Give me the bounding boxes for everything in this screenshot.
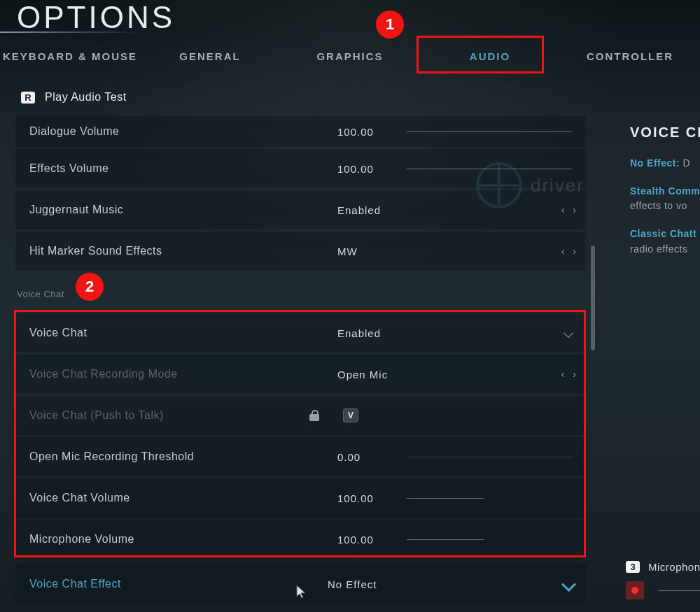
row-label: Effects Volume <box>29 162 337 175</box>
help-panel: VOICE CH No Effect: D Stealth Commeffect… <box>630 124 700 269</box>
annotation-marker-1: 1 <box>376 10 404 38</box>
microphone-meter <box>626 581 700 599</box>
chevron-left-icon[interactable]: ‹ <box>561 369 565 380</box>
record-icon <box>626 581 644 599</box>
help-term-classic: Classic Chatt <box>630 228 696 239</box>
help-text: radio effects <box>630 243 688 255</box>
row-label: Juggernaut Music <box>29 204 337 216</box>
row-push-to-talk: Voice Chat (Push to Talk) V <box>15 396 586 435</box>
row-label: Voice Chat Effect <box>29 578 295 590</box>
chevron-right-icon[interactable]: › <box>573 369 576 380</box>
help-text: D <box>680 157 690 169</box>
lock-icon <box>309 410 319 421</box>
row-value: MW <box>337 245 477 257</box>
row-recording-mode[interactable]: Voice Chat Recording Mode Open Mic ‹ › <box>15 355 586 394</box>
row-label: Open Mic Recording Threshold <box>29 450 337 463</box>
row-label: Voice Chat <box>29 327 337 339</box>
row-value: Enabled <box>337 327 477 339</box>
title-underline <box>0 31 140 33</box>
slider[interactable] <box>407 169 572 169</box>
page-title: OPTIONS <box>17 0 175 35</box>
help-title: VOICE CH <box>630 124 700 141</box>
row-hit-marker[interactable]: Hit Marker Sound Effects MW ‹ › <box>15 232 586 271</box>
chevron-right-icon[interactable]: › <box>573 204 576 215</box>
microphone-row: 3 Microphone <box>626 561 700 573</box>
help-text: effects to vo <box>630 200 687 211</box>
row-value: 100.00 <box>337 492 404 504</box>
chevron-right-icon[interactable]: › <box>573 245 576 257</box>
row-value: 100.00 <box>337 534 404 546</box>
row-voice-chat[interactable]: Voice Chat Enabled <box>15 313 586 353</box>
row-value: Enabled <box>337 204 477 216</box>
scrollbar-thumb[interactable] <box>591 245 595 350</box>
row-label: Voice Chat (Push to Talk) <box>29 409 309 422</box>
help-term-stealth: Stealth Comm <box>630 185 700 197</box>
microphone-label: Microphone <box>648 561 700 573</box>
slider[interactable] <box>407 539 484 540</box>
row-voice-chat-effect[interactable]: Voice Chat Effect No Effect <box>15 564 586 604</box>
settings-list: Dialogue Volume 100.00 Effects Volume 10… <box>15 116 586 606</box>
play-audio-test-label: Play Audio Test <box>45 91 127 104</box>
chevron-down-icon[interactable] <box>561 576 578 592</box>
key-v: V <box>343 408 358 422</box>
chevron-left-icon[interactable]: ‹ <box>561 204 565 215</box>
row-effects-volume[interactable]: Effects Volume 100.00 <box>15 149 586 188</box>
slider[interactable] <box>407 498 484 499</box>
key-3: 3 <box>626 561 640 573</box>
key-r: R <box>21 92 35 104</box>
chevron-down-icon[interactable] <box>562 327 575 339</box>
row-label: Hit Marker Sound Effects <box>29 245 337 257</box>
section-voice-chat: Voice Chat <box>17 289 586 299</box>
slider[interactable] <box>407 131 572 132</box>
cycle-arrows[interactable]: ‹ › <box>561 232 576 271</box>
row-label: Voice Chat Volume <box>29 492 337 504</box>
mic-level <box>658 590 700 591</box>
row-voice-chat-volume[interactable]: Voice Chat Volume 100.00 <box>15 478 586 518</box>
tab-graphics[interactable]: GRAPHICS <box>280 37 420 76</box>
tab-controller[interactable]: CONTROLLER <box>560 37 700 76</box>
tab-keyboard-mouse[interactable]: KEYBOARD & MOUSE <box>0 37 140 76</box>
row-microphone-volume[interactable]: Microphone Volume 100.00 <box>15 520 586 559</box>
tabs-bar: KEYBOARD & MOUSE GENERAL GRAPHICS AUDIO … <box>0 37 700 76</box>
cycle-arrows[interactable]: ‹ › <box>561 190 576 229</box>
row-value: No Effect <box>328 578 468 590</box>
tab-general[interactable]: GENERAL <box>140 37 280 76</box>
row-value: 100.00 <box>337 163 404 175</box>
row-juggernaut-music[interactable]: Juggernaut Music Enabled ‹ › <box>15 190 586 229</box>
chevron-left-icon[interactable]: ‹ <box>561 245 565 257</box>
cycle-arrows[interactable]: ‹ › <box>561 355 576 394</box>
tab-audio[interactable]: AUDIO <box>420 37 560 76</box>
row-open-mic-threshold[interactable]: Open Mic Recording Threshold 0.00 <box>15 437 586 476</box>
row-value: Open Mic <box>337 369 477 380</box>
help-term-noeffect: No Effect: <box>630 157 680 169</box>
row-dialogue-volume[interactable]: Dialogue Volume 100.00 <box>15 116 586 147</box>
row-value: 100.00 <box>337 126 404 138</box>
play-audio-test[interactable]: R Play Audio Test <box>21 91 127 104</box>
row-label: Microphone Volume <box>29 533 337 546</box>
row-value: 0.00 <box>337 451 404 463</box>
slider[interactable] <box>407 457 572 457</box>
row-label: Dialogue Volume <box>29 125 337 138</box>
row-label: Voice Chat Recording Mode <box>29 368 337 380</box>
